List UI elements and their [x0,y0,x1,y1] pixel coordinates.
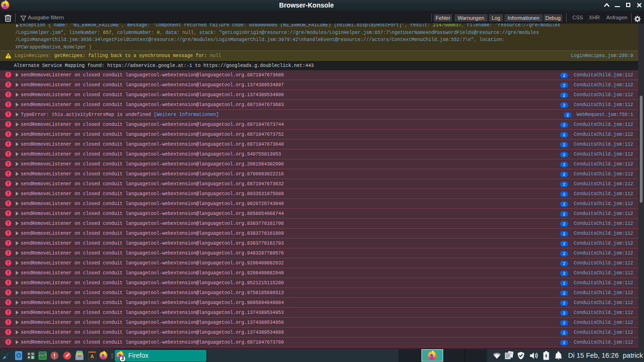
svg-text:A: A [91,354,94,359]
